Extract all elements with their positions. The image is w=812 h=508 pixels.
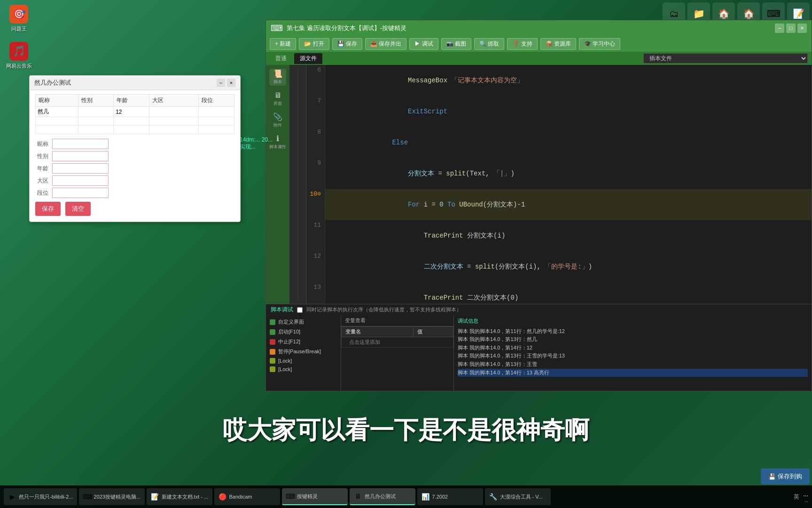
subtitle-bar: 哎大家可以看一下是不是很神奇啊 xyxy=(0,409,812,452)
taskbar-icon-version: 📊 xyxy=(421,492,430,501)
watermark-text: 14dm:... 20...实现... xyxy=(240,136,273,151)
input-region[interactable] xyxy=(52,175,109,186)
log-line-2: 脚本 我的脚本14.0，第13行：然几 xyxy=(458,335,808,344)
btn-lock1[interactable]: [Lock] xyxy=(266,357,341,365)
toolbar-screenshot-button[interactable]: 📷 截图 xyxy=(441,38,471,50)
indicator-pause xyxy=(270,349,275,355)
btn-lock2[interactable]: [Lock] xyxy=(266,365,341,373)
toolbar-save-button[interactable]: 💾 保存 xyxy=(332,38,362,50)
btn-custom-ui[interactable]: 自定义界面 xyxy=(266,317,341,327)
ide-logo-icon: ⌨ xyxy=(271,23,283,33)
ide-sidebar-gutter xyxy=(289,65,306,304)
taskbar-item-runji[interactable]: 🖥 然几办公测试 xyxy=(350,488,415,505)
input-rank[interactable] xyxy=(52,188,109,198)
desktop-icon-wendiwang[interactable]: 🎯 问题王 xyxy=(5,5,33,32)
ide-window-controls: − □ × xyxy=(775,24,807,33)
taskbar-clock: ... ... xyxy=(803,491,808,503)
ide-maximize-button[interactable]: □ xyxy=(786,24,796,33)
toolbar-support-button[interactable]: ❓ 支持 xyxy=(507,38,537,50)
col-rank: 段位 xyxy=(199,95,234,107)
dialog-titlebar: 然几办公测试 − × xyxy=(30,76,240,90)
cell-rank xyxy=(199,107,234,117)
toolbar-capture-button[interactable]: 🔍 抓取 xyxy=(474,38,504,50)
save-to-purchase-button[interactable]: 💾 保存到购 xyxy=(761,468,810,484)
toolbar-saveout-button[interactable]: 📤 保存并出 xyxy=(365,38,406,50)
table-row: 然几 12 xyxy=(36,107,234,117)
taskbar-item-notepad[interactable]: 📝 新建文本文档.txt - ... xyxy=(147,488,212,505)
taskbar-icon-bandicam: 🔴 xyxy=(218,492,227,501)
toolbar-learn-button[interactable]: 🎓 学习中心 xyxy=(579,38,620,50)
taskbar-label-notepad: 新建文本文档.txt - ... xyxy=(162,493,209,500)
ide-titlebar: ⌨ 第七集 遍历读取分割文本【调试】-按键精灵 − □ × xyxy=(266,20,812,36)
debug-left-buttons: 自定义界面 启动[F10] 中止[F12] 暂停[Pause/Break] xyxy=(266,315,341,391)
label-age: 年龄 xyxy=(35,164,50,174)
runji-dialog: 然几办公测试 − × 昵称 性别 年龄 大区 段位 xyxy=(29,75,241,222)
taskbar-label-anjian2023: 2023按键精灵电脑... xyxy=(94,493,141,500)
var-add-row[interactable]: 点击这里添加 xyxy=(342,337,453,348)
toolbar-open-button[interactable]: 📂 打开 xyxy=(299,38,329,50)
var-panel-title: 变量查看 xyxy=(341,315,453,326)
taskbar-right: 英 ... ... xyxy=(794,491,808,503)
cell-region xyxy=(149,107,199,117)
dialog-close-button[interactable]: × xyxy=(227,79,235,87)
ide-main-area: 📜 脚本 🖥 界面 📎 附件 ℹ 脚本属性 xyxy=(266,65,812,304)
left-icon-ui[interactable]: 🖥 界面 xyxy=(269,90,286,107)
tab-normal[interactable]: 普通 xyxy=(270,53,292,64)
left-icon-script[interactable]: 📜 脚本 xyxy=(269,69,286,86)
ide-code-area[interactable]: 6 MessageBox 「记事本文本内容为空」 7 ExitScript 8 xyxy=(306,65,812,304)
ide-close-button[interactable]: × xyxy=(797,24,807,33)
save-button[interactable]: 保存 xyxy=(35,202,61,216)
btn-start[interactable]: 启动[F10] xyxy=(266,327,341,337)
label-nickname: 昵称 xyxy=(35,139,50,149)
taskbar-icon-runji: 🖥 xyxy=(353,492,363,501)
cell-gender xyxy=(78,107,114,117)
taskbar-item-bandicam[interactable]: 🔴 Bandicam xyxy=(214,488,280,505)
taskbar-icon-damo: 🔧 xyxy=(489,492,498,501)
field-row-region: 大区 xyxy=(35,175,234,186)
field-row-rank: 段位 xyxy=(35,188,234,198)
debug-checkbox[interactable] xyxy=(297,307,303,313)
indicator-lock2 xyxy=(270,366,275,372)
indicator-stop xyxy=(270,339,275,345)
clock-date: ... xyxy=(803,498,808,503)
clear-button[interactable]: 清空 xyxy=(65,202,91,216)
taskbar-item-damo[interactable]: 🔧 大漠综合工具 - V... xyxy=(485,488,551,505)
left-icon-attach[interactable]: 📎 附件 xyxy=(269,112,286,129)
gutter-line xyxy=(297,69,298,300)
dialog-title-buttons: − × xyxy=(217,79,235,87)
code-line-9: 9 分割文本 = split(Text, 「|」) xyxy=(306,158,812,189)
ide-toolbar: + 新建 📂 打开 💾 保存 📤 保存并出 ▶ 调试 📷 截图 🔍 抓取 ❓ 支… xyxy=(266,36,812,52)
field-row-gender: 性别 xyxy=(35,151,234,161)
input-nickname[interactable] xyxy=(52,139,109,149)
btn-stop[interactable]: 中止[F12] xyxy=(266,337,341,347)
log-output[interactable]: 调试信息 脚本 我的脚本14.0，第11行：然几的学号是:12 脚本 我的脚本1… xyxy=(454,315,812,391)
ide-title-area: ⌨ 第七集 遍历读取分割文本【调试】-按键精灵 xyxy=(271,23,406,33)
tab-source[interactable]: 源文件 xyxy=(294,53,322,64)
debug-content: 自定义界面 启动[F10] 中止[F12] 暂停[Pause/Break] xyxy=(266,315,812,391)
taskbar-item-version[interactable]: 📊 7.2002 xyxy=(417,488,483,505)
toolbar-new-button[interactable]: + 新建 xyxy=(270,38,296,50)
field-row-age: 年龄 xyxy=(35,163,234,174)
indicator-lock1 xyxy=(270,358,275,364)
code-line-7: 7 ExitScript xyxy=(306,96,812,127)
dialog-minimize-button[interactable]: − xyxy=(217,79,225,87)
taskbar-item-anjian2023[interactable]: ⌨ 2023按键精灵电脑... xyxy=(79,488,145,505)
subtitle-text: 哎大家可以看一下是不是很神奇啊 xyxy=(223,416,589,444)
input-age[interactable] xyxy=(52,163,109,174)
label-region: 大区 xyxy=(35,176,50,186)
cell-empty-1 xyxy=(36,117,78,126)
btn-pause[interactable]: 暂停[Pause/Break] xyxy=(266,347,341,357)
toolbar-resource-button[interactable]: 📦 资源库 xyxy=(540,38,576,50)
taskbar: ▶ 然只一只我只-bilibili-2... ⌨ 2023按键精灵电脑... 📝… xyxy=(0,485,812,508)
log-header: 调试信息 xyxy=(458,317,808,325)
ide-minimize-button[interactable]: − xyxy=(775,24,784,33)
var-add-label[interactable]: 点击这里添加 xyxy=(345,337,384,347)
file-dropdown[interactable]: 插本文件 xyxy=(643,53,808,64)
input-gender[interactable] xyxy=(52,151,109,161)
toolbar-debug-button[interactable]: ▶ 调试 xyxy=(409,38,438,50)
ide-window: ⌨ 第七集 遍历读取分割文本【调试】-按键精灵 − □ × + 新建 📂 打开 … xyxy=(265,20,812,391)
taskbar-item-anjianling[interactable]: ⌨ 按键精灵 xyxy=(282,488,348,505)
desktop-icon-wangyiyun[interactable]: 🎵 网易云音乐 xyxy=(5,42,33,70)
taskbar-item-bilibili[interactable]: ▶ 然只一只我只-bilibili-2... xyxy=(4,488,77,505)
indicator-start xyxy=(270,329,275,335)
